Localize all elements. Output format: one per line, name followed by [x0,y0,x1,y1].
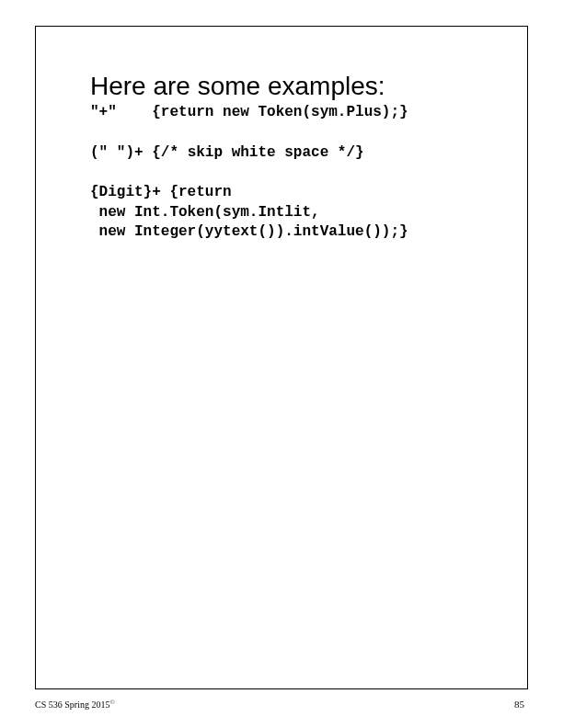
code-example-2: (" ")+ {/* skip white space */} [90,143,499,164]
course-label: CS 536 Spring 2015 [35,700,109,710]
footer-course-info: CS 536 Spring 2015© [35,699,115,710]
code-example-3: {Digit}+ {return new Int.Token(sym.Intli… [90,183,499,243]
page-number: 85 [514,699,524,710]
action-1: {return new Token(sym.Plus);} [152,104,408,120]
heading: Here are some examples: [90,72,499,101]
copyright-symbol: © [109,699,114,706]
example3-line3: new Integer(yytext()).intValue());} [90,223,408,240]
example3-line2: new Int.Token(sym.Intlit, [90,204,320,221]
pattern-1: "+" [90,104,117,120]
example3-line1: {Digit}+ {return [90,184,232,200]
code-example-1: "+" {return new Token(sym.Plus);} [90,103,499,123]
slide-content: Here are some examples: "+" {return new … [90,72,499,243]
pattern-2: (" ")+ [90,144,144,161]
action-2: {/* skip white space */} [152,144,363,161]
